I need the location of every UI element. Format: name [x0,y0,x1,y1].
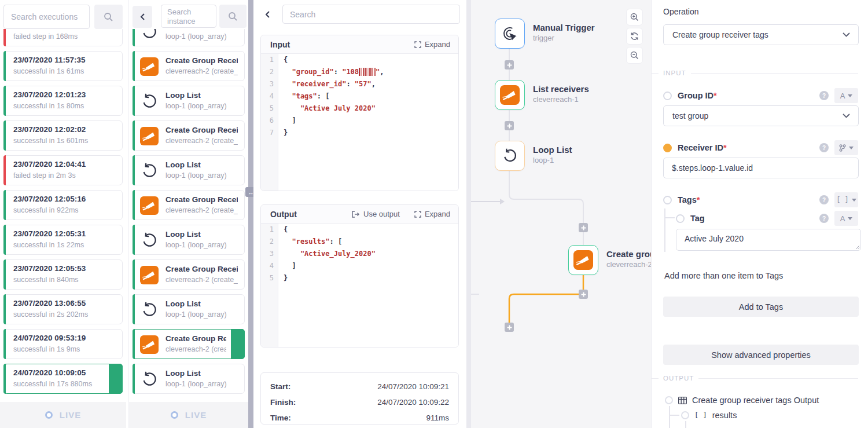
app-window: failed step in 168ms 23/07/2020 11:57:35… [0,0,868,428]
step-item[interactable]: Create Group Receiver ... cleverreach-2 … [133,51,245,81]
type-badge-string[interactable]: A [834,211,858,226]
detail-search-input[interactable] [282,5,460,24]
node-create-group[interactable] [568,245,598,275]
workflow-canvas[interactable]: Manual Trigger trigger List receivers cl… [471,0,651,428]
add-to-tags-button[interactable]: Add to Tags [663,297,859,317]
help-icon[interactable] [819,214,829,223]
execution-timestamp: 23/07/2020 12:04:41 [13,160,86,171]
step-item[interactable]: Loop List loop-1 (loop_array) [133,225,245,255]
zoom-in-button[interactable] [626,9,643,25]
add-step-button[interactable] [505,323,514,332]
show-advanced-button[interactable]: Show advanced properties [663,345,859,365]
execution-item[interactable]: 23/07/2020 11:57:35 successful in 1s 61m… [3,51,123,81]
code-line: 3 "receiver_id": "57", [261,78,458,90]
step-title: Loop List [165,91,201,101]
time-value: 911ms [426,414,449,422]
step-item[interactable]: Loop List loop-1 (loop_array) [133,294,245,324]
step-item[interactable]: Loop List loop-1 (loop_array) [133,364,245,394]
executions-live-toggle[interactable]: LIVE [0,402,126,428]
node-manual-trigger[interactable] [495,19,525,49]
steps-live-toggle[interactable]: LIVE [129,402,248,428]
group-id-select[interactable]: test group [663,105,859,126]
execution-item[interactable]: 23/07/2020 13:06:55 successful in 2s 202… [3,294,123,324]
help-icon[interactable] [819,91,829,100]
step-item[interactable]: Loop List loop-1 (loop_array) [133,86,245,116]
add-step-button[interactable] [505,121,514,130]
time-value: 24/07/2020 10:09:22 [377,398,449,407]
tree-node-toggle[interactable] [681,411,689,419]
field-status-dot[interactable] [663,92,672,100]
step-item[interactable]: Create Group Receiver ... cleverreach-2 … [133,120,245,151]
add-step-button[interactable] [505,60,514,69]
step-item[interactable]: Create Group Recei... cleverreach-2 (cre… [133,329,245,359]
status-bar [3,29,6,46]
status-bar [133,364,135,394]
output-tree-root: Create group receiver tags Output [665,396,819,405]
step-item[interactable]: Create Group Receiver ... cleverreach-2 … [133,259,245,290]
field-status-dot-filled[interactable] [663,144,672,152]
refresh-button[interactable] [626,28,643,45]
step-item[interactable]: Create Group Receiver ... cleverreach-2 … [133,190,245,220]
time-row: Finish: 24/07/2020 10:09:22 [270,394,449,410]
step-title: Loop List [165,160,201,170]
detail-back-button[interactable] [265,10,270,20]
output-section-divider: OUTPUT [652,374,858,382]
use-output-button[interactable]: Use output [352,210,400,218]
caret-down-icon [849,147,854,149]
executions-search-input[interactable] [3,5,90,29]
caret-down-icon [848,217,852,220]
operation-select[interactable]: Create group receiver tags [663,24,859,45]
execution-item[interactable]: 23/07/2020 12:05:31 successful in 1s 22m… [3,225,123,255]
output-panel: Output Use output Expand 1{2 "results": … [260,204,459,347]
plus-icon [581,225,586,231]
step-item[interactable]: Loop List loop-1 (loop_array) [133,155,245,185]
input-code: 1{2 "group_id": "108████",3 "receiver_id… [261,54,458,191]
execution-item[interactable]: 24/07/2020 10:09:05 successful in 17s 88… [3,364,123,394]
panel-resize-divider[interactable]: ↔ [248,0,253,428]
execution-item[interactable]: failed step in 168ms [3,29,123,46]
status-bar [133,225,135,255]
tag-value-textarea[interactable]: Active July 2020 [676,229,861,251]
execution-item[interactable]: 23/07/2020 12:01:23 successful in 1s 80m… [3,86,123,116]
loop-icon [140,231,159,250]
type-badge-string[interactable]: A [834,88,858,103]
status-bar [133,29,135,46]
step-icon-wrap [140,266,159,284]
plus-icon [507,63,512,68]
help-icon[interactable] [819,195,829,204]
input-section-label: INPUT [663,69,686,76]
steps-search-input[interactable]: Search instance [161,5,216,28]
field-status-dot[interactable] [676,214,685,223]
add-step-button[interactable] [579,290,588,299]
execution-item[interactable]: 23/07/2020 12:04:41 failed step in 2m 3s [3,155,123,185]
node-list-receivers[interactable] [495,80,525,110]
steps-search-button[interactable] [219,5,247,28]
output-expand-button[interactable]: Expand [414,210,450,218]
selected-indicator [231,329,245,359]
use-output-icon [352,211,360,218]
step-subtitle: loop-1 (loop_array) [165,310,227,319]
input-expand-button[interactable]: Expand [414,40,450,49]
execution-item[interactable]: 24/07/2020 09:53:19 successful in 1s 9ms [3,329,123,359]
status-bar [3,155,6,185]
step-icon-wrap [140,335,159,354]
type-badge-array[interactable]: [ ] [834,192,858,207]
live-label: LIVE [185,410,207,420]
execution-item[interactable]: 23/07/2020 12:05:16 successful in 922ms [3,190,123,220]
zoom-out-button[interactable] [626,47,643,64]
field-status-dot[interactable] [663,196,672,204]
resize-handle-icon[interactable] [855,245,860,250]
executions-search-button[interactable] [94,5,123,29]
step-item[interactable]: loop-1 (loop_array) [133,29,245,46]
execution-item[interactable]: 23/07/2020 12:05:53 successful in 840ms [3,259,123,290]
node-loop-list[interactable] [495,141,525,171]
add-step-button[interactable] [579,223,588,232]
receiver-id-input[interactable] [663,158,859,178]
tree-node-toggle[interactable] [665,396,673,404]
steps-back-button[interactable] [133,6,152,28]
execution-item[interactable]: 23/07/2020 12:02:02 successful in 1s 601… [3,120,123,151]
required-mark: * [723,143,727,152]
help-icon[interactable] [819,143,829,152]
code-line: 7} [261,127,458,139]
type-badge-reference[interactable] [834,140,858,155]
